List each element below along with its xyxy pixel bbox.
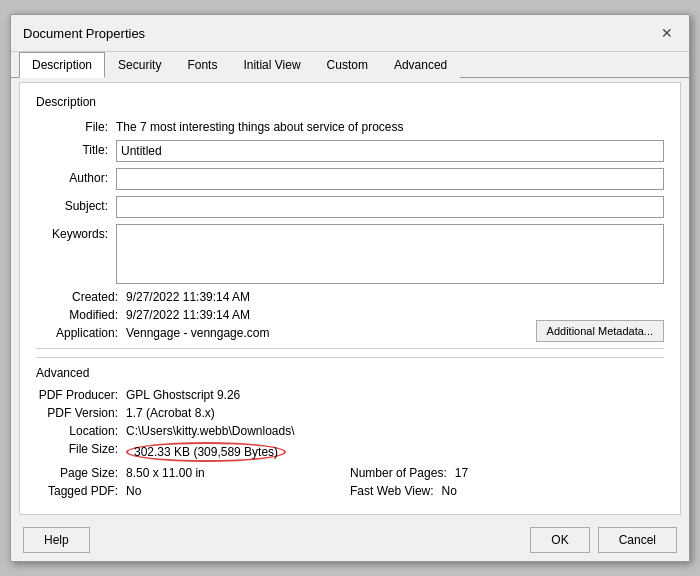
title-bar: Document Properties ✕ <box>11 15 689 52</box>
location-value: C:\Users\kitty.webb\Downloads\ <box>126 424 664 438</box>
main-content: Description File: The 7 most interesting… <box>19 82 681 515</box>
pdf-producer-value: GPL Ghostscript 9.26 <box>126 388 664 402</box>
taggedpdf-col: Tagged PDF: No <box>36 484 350 498</box>
file-value: The 7 most interesting things about serv… <box>116 117 664 134</box>
filesize-value: 302.33 KB (309,589 Bytes) <box>126 442 664 462</box>
tab-custom[interactable]: Custom <box>314 52 381 78</box>
file-label: File: <box>36 117 116 134</box>
advanced-section-title: Advanced <box>36 366 664 380</box>
keywords-textarea[interactable] <box>116 224 664 284</box>
tab-bar: Description Security Fonts Initial View … <box>11 52 689 78</box>
pdf-version-row: PDF Version: 1.7 (Acrobat 8.x) <box>36 406 664 420</box>
bottom-adv-cols-2: Tagged PDF: No Fast Web View: No <box>36 484 664 498</box>
author-input[interactable] <box>116 168 664 190</box>
fastwebview-col: Fast Web View: No <box>350 484 664 498</box>
advanced-section: Advanced PDF Producer: GPL Ghostscript 9… <box>36 357 664 498</box>
pdf-version-value: 1.7 (Acrobat 8.x) <box>126 406 664 420</box>
keywords-row: Keywords: <box>36 224 664 284</box>
title-label: Title: <box>36 140 116 157</box>
pdf-producer-label: PDF Producer: <box>36 388 126 402</box>
dates-app-row: Created: 9/27/2022 11:39:14 AM Modified:… <box>36 290 664 344</box>
filesize-row: File Size: 302.33 KB (309,589 Bytes) <box>36 442 664 462</box>
subject-input[interactable] <box>116 196 664 218</box>
close-button[interactable]: ✕ <box>657 23 677 43</box>
dates-col: Created: 9/27/2022 11:39:14 AM Modified:… <box>36 290 536 344</box>
title-row: Title: <box>36 140 664 162</box>
author-row: Author: <box>36 168 664 190</box>
document-properties-dialog: Document Properties ✕ Description Securi… <box>10 14 690 562</box>
modified-label: Modified: <box>36 308 126 322</box>
fastwebview-label: Fast Web View: <box>350 484 442 498</box>
keywords-label: Keywords: <box>36 224 116 241</box>
created-value: 9/27/2022 11:39:14 AM <box>126 290 250 304</box>
tab-fonts[interactable]: Fonts <box>174 52 230 78</box>
additional-metadata-col: Additional Metadata... <box>536 290 664 344</box>
modified-row: Modified: 9/27/2022 11:39:14 AM <box>36 308 536 322</box>
pdf-version-label: PDF Version: <box>36 406 126 420</box>
tab-description[interactable]: Description <box>19 52 105 78</box>
pagesize-col: Page Size: 8.50 x 11.00 in <box>36 466 350 480</box>
section-divider <box>36 348 664 349</box>
dialog-footer: Help OK Cancel <box>11 519 689 561</box>
numpages-label: Number of Pages: <box>350 466 455 480</box>
file-row: File: The 7 most interesting things abou… <box>36 117 664 134</box>
location-label: Location: <box>36 424 126 438</box>
tab-advanced[interactable]: Advanced <box>381 52 460 78</box>
title-input[interactable] <box>116 140 664 162</box>
application-row: Application: Venngage - venngage.com <box>36 326 536 340</box>
subject-row: Subject: <box>36 196 664 218</box>
numpages-col: Number of Pages: 17 <box>350 466 664 480</box>
cancel-button[interactable]: Cancel <box>598 527 677 553</box>
description-section-title: Description <box>36 95 664 109</box>
application-value: Venngage - venngage.com <box>126 326 269 340</box>
location-row: Location: C:\Users\kitty.webb\Downloads\ <box>36 424 664 438</box>
filesize-label: File Size: <box>36 442 126 462</box>
subject-label: Subject: <box>36 196 116 213</box>
bottom-adv-cols: Page Size: 8.50 x 11.00 in Number of Pag… <box>36 466 664 480</box>
created-row: Created: 9/27/2022 11:39:14 AM <box>36 290 536 304</box>
modified-value: 9/27/2022 11:39:14 AM <box>126 308 250 322</box>
tab-initial-view[interactable]: Initial View <box>230 52 313 78</box>
additional-metadata-button[interactable]: Additional Metadata... <box>536 320 664 342</box>
tab-security[interactable]: Security <box>105 52 174 78</box>
created-label: Created: <box>36 290 126 304</box>
pagesize-label: Page Size: <box>36 466 126 480</box>
taggedpdf-label: Tagged PDF: <box>36 484 126 498</box>
author-label: Author: <box>36 168 116 185</box>
filesize-highlight: 302.33 KB (309,589 Bytes) <box>126 442 286 462</box>
dialog-title: Document Properties <box>23 26 145 41</box>
help-button[interactable]: Help <box>23 527 90 553</box>
footer-right-buttons: OK Cancel <box>530 527 677 553</box>
pdf-producer-row: PDF Producer: GPL Ghostscript 9.26 <box>36 388 664 402</box>
taggedpdf-value: No <box>126 484 350 498</box>
numpages-value: 17 <box>455 466 468 480</box>
application-label: Application: <box>36 326 126 340</box>
fastwebview-value: No <box>442 484 457 498</box>
ok-button[interactable]: OK <box>530 527 589 553</box>
pagesize-value: 8.50 x 11.00 in <box>126 466 350 480</box>
